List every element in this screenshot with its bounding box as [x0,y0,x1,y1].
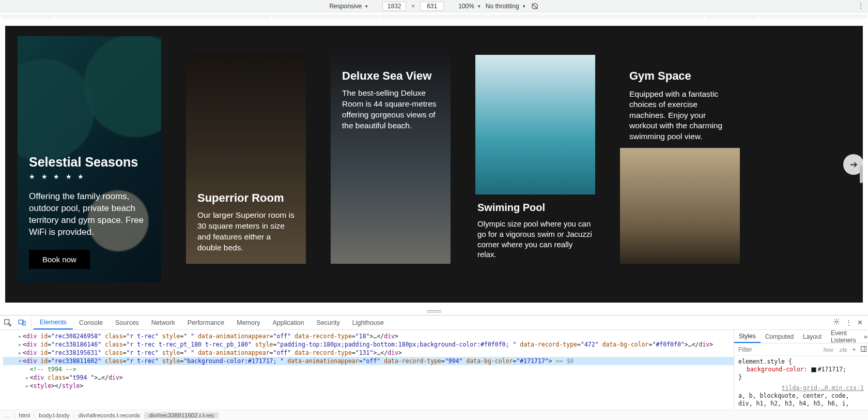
hero-stars: ★ ★ ★ ★ ★ [29,173,150,181]
crumb-item[interactable]: html [14,412,35,418]
device-toggle-icon[interactable] [14,319,29,326]
devtools-close-icon[interactable]: ✕ [857,319,863,326]
card-title: Swiming Pool [477,202,593,214]
elements-breadcrumb[interactable]: … html body.t-body div#allrecords.t-reco… [0,410,868,420]
tab-console[interactable]: Console [73,316,109,329]
card-title: Superrior Room [197,191,295,205]
card-desc: Equipped with a fantastic choices of exe… [629,89,731,142]
devtools: Elements Console Sources Network Perform… [0,315,868,420]
tab-security[interactable]: Security [311,316,346,329]
viewport-width-input[interactable]: 1832 [382,2,406,11]
viewport-height-input[interactable]: 631 [420,2,444,11]
styles-tabs-more-icon[interactable]: » [861,333,868,340]
hero-title: Selestial Seasons [29,155,150,170]
styles-tab[interactable]: Styles [734,330,761,343]
viewport-scrollbar[interactable] [860,62,863,292]
crumb-item[interactable]: div#rec338811602.r.t-rec [144,412,219,418]
devtools-menu-icon[interactable]: ⋮ [845,319,852,326]
card-desc: Olympic size pool where you can go for a… [477,219,593,260]
hov-toggle[interactable]: :hov [820,347,836,353]
zoom-select[interactable]: 100% [458,3,481,10]
card-title: Gym Space [629,69,731,83]
dimension-separator: × [411,3,415,10]
event-listeners-tab[interactable]: Event Listeners [826,330,861,343]
styles-rules[interactable]: element.style { background-color: #17171… [734,356,868,410]
tab-elements[interactable]: Elements [34,316,73,329]
tab-sources[interactable]: Sources [109,316,145,329]
tab-memory[interactable]: Memory [230,316,266,329]
stylesheet-source-link[interactable]: tilda-grid-…0.min.css:1 [782,384,864,392]
pool-card[interactable]: Swiming Pool Olympic size pool where you… [475,55,595,264]
device-mode-select[interactable]: Responsive [329,3,368,10]
elements-dom-tree[interactable]: ▸<div id="rec308246958" class="r t-rec" … [0,330,734,410]
hero-card: Selestial Seasons ★ ★ ★ ★ ★ Offering the… [18,36,161,282]
computed-tab[interactable]: Computed [761,330,798,343]
browser-tab-strip [0,12,868,21]
devtools-drag-handle[interactable] [0,308,868,315]
book-now-button[interactable]: Book now [29,250,90,269]
device-toolbar: Responsive 1832 × 631 100% No throttling… [0,0,868,12]
rotate-icon[interactable] [531,2,539,10]
page-content: Selestial Seasons ★ ★ ★ ★ ★ Offering the… [5,26,863,303]
layout-tab[interactable]: Layout [798,330,826,343]
crumb-item[interactable]: div#allrecords.t-records [73,412,144,418]
tab-lighthouse[interactable]: Lighthouse [346,316,390,329]
computed-panel-toggle-icon[interactable] [859,346,868,354]
tab-performance[interactable]: Performance [181,316,231,329]
new-rule-icon[interactable]: ＋ [849,345,859,354]
deluxe-card[interactable]: Deluxe Sea View The best-selling Deluxe … [331,55,451,264]
inspect-icon[interactable] [0,319,14,326]
tab-network[interactable]: Network [145,316,181,329]
hero-desc: Offering the family rooms, outdoor pool,… [29,191,150,238]
card-title: Deluxe Sea View [342,69,439,83]
superior-room-card[interactable]: Superrior Room Our larger Superior room … [186,55,306,264]
tab-application[interactable]: Application [266,316,310,329]
svg-point-5 [835,321,838,323]
crumb-item[interactable]: body.t-body [34,412,73,418]
device-toolbar-menu-icon[interactable]: ⋮ [858,2,864,9]
gym-card[interactable]: Gym Space Equipped with a fantastic choi… [620,55,740,264]
styles-sidebar: Styles Computed Layout Event Listeners »… [734,330,868,410]
cls-toggle[interactable]: .cls [836,347,850,353]
devtools-tabbar: Elements Console Sources Network Perform… [0,316,868,330]
card-desc: Our larger Superior room is 30 square me… [197,210,295,253]
chevron-right-icon: ➔ [850,159,858,170]
gym-image [620,148,740,264]
card-desc: The best-selling Deluxe Room is 44 squar… [342,88,439,131]
settings-icon[interactable] [833,318,840,327]
throttling-select[interactable]: No throttling [486,3,525,10]
rendered-viewport: Selestial Seasons ★ ★ ★ ★ ★ Offering the… [0,21,868,308]
styles-filter-input[interactable] [734,346,820,353]
svg-rect-6 [861,346,866,351]
pool-image [475,55,595,194]
